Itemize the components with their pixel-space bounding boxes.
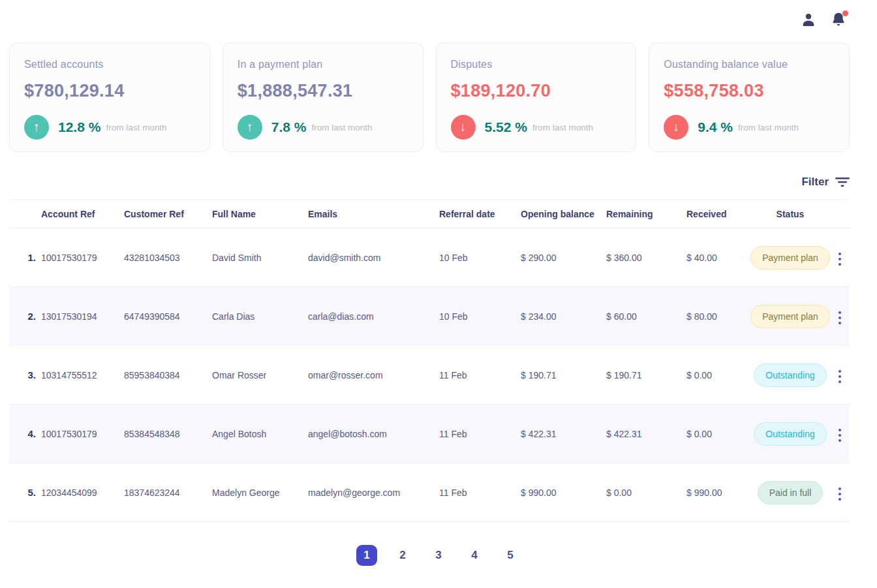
kebab-dot bbox=[839, 493, 841, 495]
card-title: Oustanding balance value bbox=[664, 59, 835, 70]
row-menu-button[interactable] bbox=[836, 485, 844, 503]
cell-account-ref: 10017530179 bbox=[41, 405, 124, 463]
cell-full-name: Omar Rosser bbox=[212, 346, 308, 405]
cell-referral-date: 10 Feb bbox=[439, 287, 521, 346]
col-emails: Emails bbox=[308, 200, 439, 228]
table-row[interactable]: 4. 10017530179 85384548348 Angel Botosh … bbox=[9, 405, 850, 463]
table-header-row: Account Ref Customer Ref Full Name Email… bbox=[9, 200, 850, 228]
cell-opening-balance: $ 422.31 bbox=[521, 405, 606, 463]
trend-up-icon: ↑ bbox=[24, 115, 49, 140]
header-spacer bbox=[9, 200, 41, 228]
trend-caption: from last month bbox=[532, 123, 593, 132]
stat-card-payment-plan: In a payment plan $1,888,547.31 ↑ 7.8 % … bbox=[223, 42, 423, 152]
cell-referral-date: 11 Feb bbox=[439, 463, 521, 522]
cell-remaining: $ 360.00 bbox=[606, 228, 686, 287]
cell-full-name: Carla Dias bbox=[212, 287, 308, 346]
col-status: Status bbox=[750, 200, 830, 228]
bell-icon[interactable] bbox=[830, 11, 847, 28]
cell-remaining: $ 60.00 bbox=[606, 287, 686, 346]
cell-email: angel@botosh.com bbox=[308, 405, 439, 463]
page-button-2[interactable]: 2 bbox=[392, 545, 413, 566]
page-button-1[interactable]: 1 bbox=[356, 545, 377, 566]
row-menu-button[interactable] bbox=[836, 367, 844, 386]
trend-down-icon: ↓ bbox=[664, 115, 688, 140]
page-button-3[interactable]: 3 bbox=[428, 545, 449, 566]
cell-remaining: $ 422.31 bbox=[606, 405, 686, 463]
cell-received: $ 0.00 bbox=[686, 405, 750, 463]
col-menu bbox=[830, 200, 850, 228]
kebab-dot bbox=[839, 439, 841, 442]
kebab-dot bbox=[839, 370, 841, 373]
col-remaining: Remaining bbox=[606, 200, 686, 228]
cell-remaining: $ 0.00 bbox=[606, 463, 686, 522]
page-button-4[interactable]: 4 bbox=[464, 545, 485, 566]
cell-account-ref: 13017530194 bbox=[41, 287, 124, 346]
row-number: 5. bbox=[9, 463, 41, 522]
card-title: Settled accounts bbox=[24, 59, 195, 70]
row-menu-button[interactable] bbox=[836, 426, 844, 444]
table-row[interactable]: 2. 13017530194 64749390584 Carla Dias ca… bbox=[9, 287, 850, 346]
col-account-ref: Account Ref bbox=[41, 200, 124, 228]
cell-customer-ref: 85384548348 bbox=[124, 405, 212, 463]
cell-account-ref: 10017530179 bbox=[41, 228, 124, 287]
trend-percent: 9.4 % bbox=[698, 119, 733, 135]
cell-email: david@smith.com bbox=[308, 228, 439, 287]
cell-referral-date: 11 Feb bbox=[439, 405, 521, 463]
filter-row: Filter bbox=[0, 152, 877, 199]
cell-customer-ref: 43281034503 bbox=[124, 228, 212, 287]
col-referral-date: Referral date bbox=[439, 200, 521, 228]
col-full-name: Full Name bbox=[212, 200, 308, 228]
stat-card-outstanding-balance: Oustanding balance value $558,758.03 ↓ 9… bbox=[649, 42, 850, 152]
row-menu-button[interactable] bbox=[836, 250, 844, 268]
filter-button[interactable]: Filter bbox=[801, 176, 850, 189]
kebab-dot bbox=[839, 375, 841, 378]
cell-full-name: Madelyn George bbox=[212, 463, 308, 522]
status-badge: Outstanding bbox=[754, 364, 827, 387]
user-icon[interactable] bbox=[800, 11, 817, 28]
trend-caption: from last month bbox=[311, 123, 372, 132]
cell-email: madelyn@george.com bbox=[308, 463, 439, 522]
card-value: $558,758.03 bbox=[664, 81, 835, 101]
kebab-dot bbox=[839, 253, 841, 255]
stat-card-settled-accounts: Settled accounts $780,129.14 ↑ 12.8 % fr… bbox=[9, 42, 210, 152]
stat-cards: Settled accounts $780,129.14 ↑ 12.8 % fr… bbox=[0, 39, 877, 152]
trend-down-icon: ↓ bbox=[451, 115, 476, 140]
card-title: In a payment plan bbox=[238, 59, 408, 70]
notification-dot bbox=[842, 10, 848, 16]
cell-full-name: Angel Botosh bbox=[212, 405, 308, 463]
status-badge: Payment plan bbox=[750, 246, 830, 270]
trend-caption: from last month bbox=[738, 123, 799, 132]
kebab-dot bbox=[839, 317, 841, 319]
cell-opening-balance: $ 290.00 bbox=[521, 228, 606, 287]
filter-lines-icon bbox=[835, 177, 850, 187]
filter-label: Filter bbox=[801, 176, 829, 189]
kebab-dot bbox=[839, 258, 841, 260]
status-badge: Outstanding bbox=[754, 422, 827, 446]
trend-caption: from last month bbox=[106, 123, 166, 132]
cell-full-name: David Smith bbox=[212, 228, 308, 287]
page-button-5[interactable]: 5 bbox=[500, 545, 521, 566]
cell-received: $ 0.00 bbox=[686, 346, 750, 405]
row-number: 3. bbox=[9, 346, 41, 405]
row-menu-button[interactable] bbox=[836, 309, 844, 327]
dashboard-page: Settled accounts $780,129.14 ↑ 12.8 % fr… bbox=[0, 0, 877, 588]
cell-referral-date: 11 Feb bbox=[439, 346, 521, 405]
cell-received: $ 80.00 bbox=[686, 287, 750, 346]
col-customer-ref: Customer Ref bbox=[124, 200, 212, 228]
cell-opening-balance: $ 190.71 bbox=[521, 346, 606, 405]
kebab-dot bbox=[839, 322, 841, 324]
table-row[interactable]: 3. 10314755512 85953840384 Omar Rosser o… bbox=[9, 346, 850, 405]
cell-customer-ref: 18374623244 bbox=[124, 463, 212, 522]
cell-received: $ 40.00 bbox=[686, 228, 750, 287]
status-badge: Paid in full bbox=[758, 481, 823, 504]
table-row[interactable]: 1. 10017530179 43281034503 David Smith d… bbox=[9, 228, 850, 287]
card-value: $189,120.70 bbox=[451, 81, 622, 101]
cell-email: carla@dias.com bbox=[308, 287, 439, 346]
card-title: Disputes bbox=[451, 59, 622, 70]
card-value: $1,888,547.31 bbox=[238, 81, 408, 101]
table-row[interactable]: 5. 12034454099 18374623244 Madelyn Georg… bbox=[9, 463, 850, 522]
cell-opening-balance: $ 990.00 bbox=[521, 463, 606, 522]
cell-remaining: $ 190.71 bbox=[606, 346, 686, 405]
trend-percent: 5.52 % bbox=[485, 119, 527, 135]
pagination: 1 2 3 4 5 bbox=[0, 545, 877, 566]
